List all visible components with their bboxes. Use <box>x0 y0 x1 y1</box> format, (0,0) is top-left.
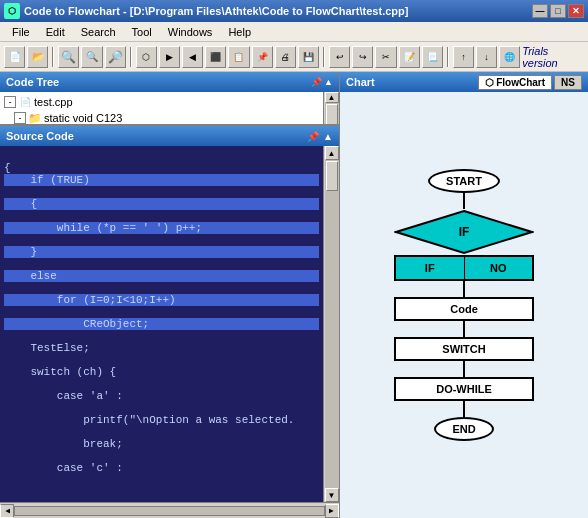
source-pin-icon[interactable]: 📌 <box>307 131 319 142</box>
chart-tabs: ⬡ FlowChart NS <box>478 75 582 90</box>
menu-edit[interactable]: Edit <box>38 24 73 40</box>
source-code-header: Source Code 📌 ▲ <box>0 126 339 146</box>
toolbar-sep4 <box>447 47 449 67</box>
fc-connector <box>463 361 465 377</box>
flowchart-start: START <box>428 169 500 193</box>
toolbar-btn4[interactable]: ⬛ <box>205 46 226 68</box>
toolbar-btn11[interactable]: ✂ <box>375 46 396 68</box>
code-tree-pin-icon[interactable]: 📌 <box>311 77 322 87</box>
menu-tool[interactable]: Tool <box>124 24 160 40</box>
tree-vertical-scrollbar[interactable]: ▲ ▼ <box>323 92 339 126</box>
fc-connector <box>463 281 465 297</box>
toolbar-btn7[interactable]: 🖨 <box>275 46 296 68</box>
tab-flowchart[interactable]: ⬡ FlowChart <box>478 75 552 90</box>
source-content: { if (TRUE) { while (*p == ' ') p++; } e… <box>0 146 339 502</box>
flowchart: START IF IF NO Code <box>394 169 534 441</box>
source-scroll-thumb[interactable] <box>326 161 338 191</box>
if-diamond-svg: IF <box>394 209 534 255</box>
toolbar: 📄 📂 🔍 🔍 🔎 ⬡ ▶ ◀ ⬛ 📋 📌 🖨 💾 ↩ ↪ ✂ 📝 📃 ↑ ↓ … <box>0 42 588 72</box>
chart-header: Chart ⬡ FlowChart NS <box>340 72 588 92</box>
toolbar-new[interactable]: 📄 <box>4 46 25 68</box>
maximize-button[interactable]: □ <box>550 4 566 18</box>
flowchart-yes: IF <box>396 257 465 279</box>
toolbar-search[interactable]: 🔎 <box>105 46 126 68</box>
fc-connector <box>463 193 465 209</box>
scroll-up-btn[interactable]: ▲ <box>325 92 339 103</box>
app-icon: ⬡ <box>4 3 20 19</box>
minimize-button[interactable]: — <box>532 4 548 18</box>
toolbar-btn14[interactable]: ↑ <box>453 46 474 68</box>
menu-help[interactable]: Help <box>220 24 259 40</box>
main-area: Code Tree 📌 ▲ - 📄 test.cpp <box>0 72 588 518</box>
tree-expand-icon[interactable]: - <box>14 112 26 124</box>
flowchart-end: END <box>434 417 494 441</box>
toolbar-btn9[interactable]: ↩ <box>329 46 350 68</box>
flowchart-code: Code <box>394 297 534 321</box>
menu-windows[interactable]: Windows <box>160 24 221 40</box>
source-horizontal-scrollbar[interactable]: ▲ ▲ <box>0 502 339 518</box>
code-tree-panel: Code Tree 📌 ▲ - 📄 test.cpp <box>0 72 339 126</box>
menu-bar: File Edit Search Tool Windows Help <box>0 22 588 42</box>
flowchart-tab-label: FlowChart <box>496 77 545 88</box>
toolbar-sep2 <box>130 47 132 67</box>
menu-file[interactable]: File <box>4 24 38 40</box>
tab-ns[interactable]: NS <box>554 75 582 90</box>
toolbar-btn2[interactable]: ▶ <box>159 46 180 68</box>
toolbar-trials: Trials version <box>522 45 584 69</box>
folder-icon: 📁 <box>28 111 42 125</box>
source-scroll-down[interactable]: ▼ <box>325 488 339 502</box>
tree-item[interactable]: - 📄 test.cpp <box>0 94 323 110</box>
chart-area: START IF IF NO Code <box>340 92 588 518</box>
source-scroll-left[interactable]: ▲ <box>0 504 14 518</box>
svg-text:IF: IF <box>459 225 470 239</box>
tree-expand-icon[interactable]: - <box>4 96 16 108</box>
toolbar-open[interactable]: 📂 <box>27 46 48 68</box>
toolbar-zoom-in[interactable]: 🔍 <box>58 46 79 68</box>
chart-panel: Chart ⬡ FlowChart NS START <box>340 72 588 518</box>
source-scroll-up[interactable]: ▲ <box>325 146 339 160</box>
flowchart-tab-icon: ⬡ <box>485 77 494 88</box>
toolbar-btn15[interactable]: ↓ <box>476 46 497 68</box>
menu-search[interactable]: Search <box>73 24 124 40</box>
source-scroll-right[interactable]: ▲ <box>325 504 339 518</box>
fc-connector <box>463 401 465 417</box>
source-code-text[interactable]: { if (TRUE) { while (*p == ' ') p++; } e… <box>0 146 323 502</box>
toolbar-btn12[interactable]: 📝 <box>399 46 420 68</box>
code-tree-header: Code Tree 📌 ▲ <box>0 72 339 92</box>
source-code-title: Source Code <box>6 130 74 142</box>
tree-item[interactable]: - 📁 static void C123 <box>0 110 323 126</box>
fc-connector <box>463 321 465 337</box>
flowchart-switch: SWITCH <box>394 337 534 361</box>
scroll-thumb[interactable] <box>326 104 338 126</box>
toolbar-btn8[interactable]: 💾 <box>298 46 319 68</box>
toolbar-sep1 <box>52 47 54 67</box>
scroll-track <box>325 103 339 126</box>
flowchart-yes-no: IF NO <box>394 255 534 281</box>
toolbar-btn10[interactable]: ↪ <box>352 46 373 68</box>
flowchart-if: IF <box>394 209 534 255</box>
source-expand-icon[interactable]: ▲ <box>323 131 333 142</box>
tree-scroll-area: - 📄 test.cpp - 📁 static void C123 <box>0 92 339 126</box>
tree-list: - 📄 test.cpp - 📁 static void C123 <box>0 92 323 126</box>
source-hscroll-track <box>14 506 325 516</box>
window-controls: — □ ✕ <box>532 4 584 18</box>
source-code-panel: Source Code 📌 ▲ { if (TRUE) { while (*p … <box>0 126 339 518</box>
toolbar-zoom-out[interactable]: 🔍 <box>81 46 102 68</box>
toolbar-btn6[interactable]: 📌 <box>252 46 273 68</box>
toolbar-btn3[interactable]: ◀ <box>182 46 203 68</box>
left-panel: Code Tree 📌 ▲ - 📄 test.cpp <box>0 72 340 518</box>
toolbar-btn13[interactable]: 📃 <box>422 46 443 68</box>
file-icon: 📄 <box>18 95 32 109</box>
toolbar-btn5[interactable]: 📋 <box>228 46 249 68</box>
toolbar-btn1[interactable]: ⬡ <box>136 46 157 68</box>
code-tree-title: Code Tree <box>6 76 59 88</box>
title-bar: ⬡ Code to Flowchart - [D:\Program Files\… <box>0 0 588 22</box>
source-header-icons: 📌 ▲ <box>307 131 333 142</box>
tree-item-label: static void C123 <box>44 112 122 124</box>
source-vertical-scrollbar[interactable]: ▲ ▼ <box>323 146 339 502</box>
close-button[interactable]: ✕ <box>568 4 584 18</box>
code-tree-expand-icon[interactable]: ▲ <box>324 77 333 87</box>
chart-title: Chart <box>346 76 375 88</box>
toolbar-btn16[interactable]: 🌐 <box>499 46 520 68</box>
source-scroll-track <box>325 160 339 488</box>
